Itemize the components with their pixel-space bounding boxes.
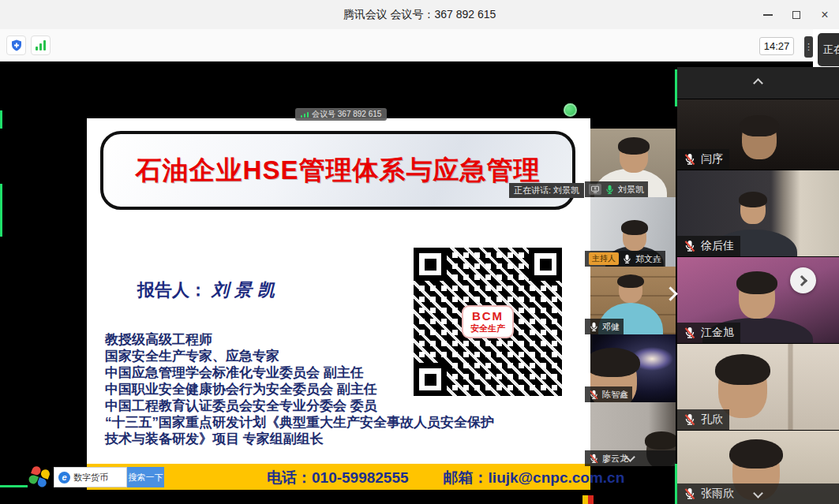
slide-title: 石油企业HSE管理体系与应急管理: [136, 153, 541, 189]
participant-name: 徐后佳: [701, 239, 734, 253]
close-icon: ×: [821, 9, 828, 21]
avatar: [620, 140, 648, 173]
participant-name: 张雨欣: [701, 487, 734, 501]
credential-line: 中国工程教育认证委员会安全专业分委会 委员: [105, 398, 588, 414]
share-border-segment: [675, 464, 677, 504]
presenter-name: 刘景凯: [212, 280, 280, 300]
mic-muted-icon: [589, 454, 599, 464]
participant-label: 江金旭: [677, 323, 740, 343]
status-popup[interactable]: 正在: [818, 33, 839, 66]
chevron-right-icon: [796, 274, 807, 286]
email-address: liujk@cnpc.com.cn: [489, 469, 625, 486]
video-tile[interactable]: 主持人 郑文垚: [585, 197, 676, 267]
meeting-id-text: 会议号 367 892 615: [312, 109, 381, 120]
next-page-button[interactable]: [790, 267, 816, 293]
participant-name: 陈智鑫: [602, 389, 628, 401]
close-button[interactable]: ×: [811, 0, 839, 29]
mic-muted-icon: [589, 390, 599, 400]
share-border-segment: [675, 69, 677, 106]
avatar: [623, 222, 646, 251]
mic-on-icon: [589, 322, 599, 332]
participant-name: 廖云龙: [602, 453, 628, 465]
video-tile[interactable]: 邓健: [585, 267, 676, 334]
video-tile[interactable]: 陈智鑫: [585, 334, 676, 402]
green-status-icon[interactable]: [564, 103, 577, 117]
browser-e-icon: e: [58, 472, 70, 483]
maximize-button[interactable]: [782, 0, 811, 29]
contact-info: 电话：010-59982555邮箱：liujk@cnpc.com.cn: [267, 468, 624, 488]
participant-name: 邓健: [602, 321, 620, 333]
search-input[interactable]: e 数字货币: [54, 467, 127, 487]
mic-muted-icon: [684, 240, 696, 252]
qr-label-line1: BCM: [470, 309, 505, 323]
presenter-line: 报告人：刘景凯: [137, 278, 280, 302]
participant-name: 江金旭: [701, 326, 734, 340]
mic-muted-icon: [684, 487, 696, 500]
mini-flag-icon: [582, 495, 594, 504]
tencent-meeting-window: 腾讯会议 会议号：367 892 615 × 14:27 ⋮ 正在: [0, 0, 839, 504]
mic-muted-icon: [684, 153, 696, 166]
participant-name: 郑文垚: [635, 253, 661, 265]
search-query: 数字货币: [73, 472, 108, 483]
avatar: [739, 274, 775, 319]
window-titlebar: 腾讯会议 会议号：367 892 615 ×: [0, 0, 839, 29]
meeting-id-pill[interactable]: 会议号 367 892 615: [295, 108, 387, 121]
participant-label: 刘景凯: [585, 181, 648, 197]
host-badge: 主持人: [589, 252, 619, 265]
mic-on-icon: [622, 254, 632, 264]
meeting-toolbar: 14:27 ⋮: [0, 29, 839, 62]
participant-label: 邓健: [585, 319, 624, 334]
video-tile[interactable]: 江金旭: [677, 256, 839, 343]
shared-slide: 石油企业HSE管理体系与应急管理 报告人：刘景凯 教授级高级工程师 国家安全生产…: [87, 118, 590, 490]
screen-share-icon: [589, 184, 601, 195]
share-border-segment: [0, 110, 2, 129]
avatar: [740, 194, 766, 224]
mic-muted-icon: [684, 413, 696, 426]
presenter-label: 报告人：: [137, 280, 207, 300]
participant-name: 刘景凯: [618, 184, 644, 196]
qr-center-label: BCM 安全生产: [462, 305, 514, 338]
speaking-tooltip: 正在讲话: 刘景凯: [509, 183, 584, 198]
participant-name: 闫序: [701, 152, 723, 166]
signal-icon: [36, 40, 46, 50]
email-label: 邮箱：: [444, 469, 489, 486]
video-tile[interactable]: 闫序: [677, 99, 839, 170]
participant-label: 徐后佳: [677, 236, 740, 256]
chevron-up-icon: [753, 78, 763, 88]
qr-label-line2: 安全生产: [470, 323, 505, 334]
credential-line: “十三五”国家重点研发计划《典型重大生产安全事故人员安全保护: [105, 414, 588, 431]
qr-finder-icon: [529, 248, 562, 281]
window-controls: ×: [754, 0, 839, 29]
share-border-segment: [0, 485, 28, 487]
qr-finder-icon: [414, 363, 447, 396]
video-tile[interactable]: 张雨欣: [677, 430, 839, 504]
qr-finder-icon: [414, 248, 447, 281]
window-title: 腾讯会议 会议号：367 892 615: [343, 8, 496, 22]
video-tile[interactable]: 刘景凯: [585, 129, 676, 197]
maximize-icon: [792, 11, 800, 19]
network-status-button[interactable]: [31, 35, 51, 55]
meeting-stage: 会议号 367 892 615 正在讲话: 刘景凯 石油企业HSE管理体系与应急…: [0, 62, 839, 504]
avatar: [742, 118, 777, 159]
pinwheel-logo: [28, 465, 52, 490]
minimize-button[interactable]: [754, 0, 782, 29]
phone-label: 电话：: [267, 469, 312, 486]
credential-line: 技术与装备研发》项目 专家组副组长: [105, 431, 588, 447]
shield-plus-icon: [10, 39, 23, 52]
avatar: [619, 276, 642, 303]
meeting-timer: 14:27: [759, 37, 794, 55]
security-shield-button[interactable]: [6, 35, 26, 55]
share-border-segment: [0, 184, 2, 237]
search-button[interactable]: 搜索一下: [127, 467, 164, 487]
participant-label: 闫序: [677, 149, 729, 170]
mic-muted-icon: [684, 327, 696, 339]
video-tile[interactable]: 徐后佳: [677, 170, 839, 256]
participant-label: 陈智鑫: [585, 386, 632, 402]
more-menu-button[interactable]: ⋮: [804, 36, 813, 58]
signal-icon: [301, 112, 309, 118]
minimize-icon: [763, 14, 773, 16]
video-tile[interactable]: 孔欣: [677, 343, 839, 430]
participant-label: 孔欣: [677, 409, 729, 430]
scroll-up-strip[interactable]: [677, 67, 839, 99]
video-tile[interactable]: 廖云龙: [585, 402, 676, 466]
